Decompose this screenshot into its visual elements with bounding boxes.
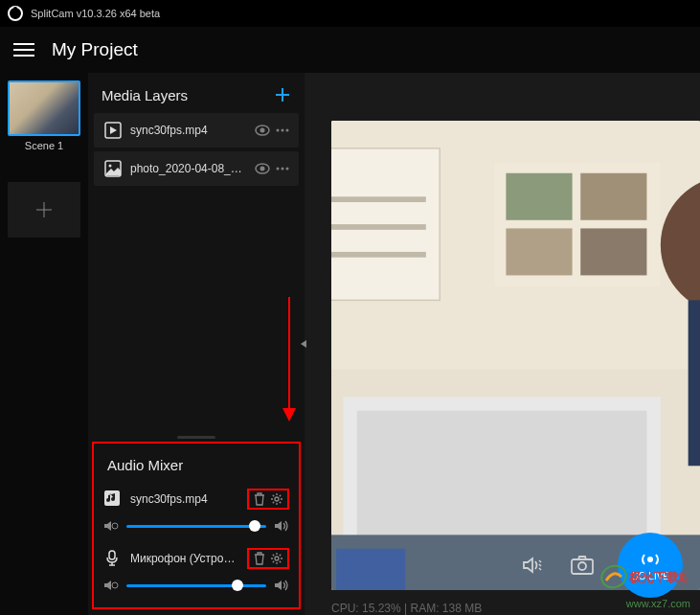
svg-rect-37: [331, 252, 426, 258]
svg-point-19: [260, 167, 265, 171]
svg-point-20: [277, 168, 280, 171]
add-scene-button[interactable]: [8, 182, 80, 238]
delete-icon[interactable]: [253, 492, 266, 506]
svg-point-30: [112, 582, 118, 588]
audio-actions: [247, 489, 289, 510]
add-layer-button[interactable]: [274, 86, 291, 103]
svg-rect-34: [331, 148, 440, 301]
svg-rect-39: [506, 173, 572, 220]
go-live-label: GO LIVE: [631, 571, 669, 581]
more-icon[interactable]: [276, 167, 289, 171]
audio-actions: [247, 548, 289, 569]
svg-rect-49: [336, 549, 405, 590]
microphone-icon: [103, 549, 123, 568]
svg-point-51: [578, 562, 586, 570]
mute-left-icon[interactable]: [103, 519, 119, 533]
svg-marker-31: [301, 340, 306, 348]
svg-marker-10: [110, 126, 117, 134]
audio-item: sync30fps.mp4: [100, 483, 293, 536]
layers-column: Media Layers sync30fps.mp4 photo_2020-04…: [88, 73, 305, 615]
visibility-icon[interactable]: [255, 125, 270, 136]
svg-rect-42: [580, 228, 646, 275]
svg-point-14: [282, 129, 284, 132]
svg-rect-28: [109, 551, 115, 559]
svg-point-27: [112, 523, 118, 529]
gear-icon[interactable]: [270, 552, 283, 565]
audio-name: sync30fps.mp4: [130, 492, 239, 506]
layer-item[interactable]: photo_2020-04-08_12...: [94, 151, 299, 186]
media-layers-header: Media Layers: [88, 73, 305, 113]
go-live-button[interactable]: GO LIVE: [618, 533, 683, 598]
speaker-icon[interactable]: [274, 579, 289, 592]
menu-icon[interactable]: [13, 42, 34, 57]
audio-mixer-title: Audio Mixer: [107, 457, 183, 473]
svg-point-29: [275, 557, 279, 560]
volume-slider[interactable]: [126, 525, 266, 528]
svg-point-52: [647, 557, 653, 562]
audio-item: Микрофон (Устройст...: [100, 542, 293, 596]
svg-point-12: [260, 128, 265, 133]
layer-actions: [255, 125, 289, 136]
svg-point-1: [13, 7, 17, 11]
svg-rect-36: [331, 224, 426, 230]
audio-name: Микрофон (Устройст...: [130, 552, 239, 565]
main-area: Scene 1 Media Layers sync30fps.mp4 photo…: [0, 73, 700, 615]
app-title: SplitCam v10.3.26 x64 beta: [31, 8, 160, 19]
layer-item[interactable]: sync30fps.mp4: [94, 113, 299, 148]
titlebar: SplitCam v10.3.26 x64 beta: [0, 0, 700, 27]
plus-icon: [34, 199, 55, 220]
layer-name: sync30fps.mp4: [130, 124, 247, 137]
preview-canvas[interactable]: [331, 121, 700, 590]
svg-rect-44: [689, 300, 700, 466]
panel-divider[interactable]: [102, 434, 291, 440]
mute-left-icon[interactable]: [103, 579, 119, 592]
svg-rect-35: [331, 196, 426, 202]
project-title: My Project: [52, 39, 138, 60]
header: My Project: [0, 27, 700, 73]
scenes-column: Scene 1: [0, 73, 88, 615]
bottom-controls: GO LIVE: [522, 533, 683, 598]
layer-name: photo_2020-04-08_12...: [130, 162, 247, 175]
volume-slider[interactable]: [126, 584, 266, 587]
image-icon: [103, 159, 123, 178]
audio-control-icon[interactable]: [522, 555, 547, 576]
collapse-handle-icon[interactable]: [299, 332, 308, 355]
gear-icon[interactable]: [270, 492, 283, 506]
broadcast-icon: [638, 550, 663, 569]
layer-actions: [255, 163, 289, 174]
audio-mixer-header: Audio Mixer: [94, 444, 299, 483]
svg-point-17: [109, 165, 112, 168]
svg-point-22: [286, 168, 289, 171]
app-logo-icon: [8, 6, 23, 21]
svg-rect-41: [506, 228, 572, 275]
audio-mixer-section: Audio Mixer sync30fps.mp4: [92, 442, 301, 609]
scene-item[interactable]: Scene 1: [8, 80, 80, 151]
more-icon[interactable]: [276, 128, 289, 132]
delete-icon[interactable]: [253, 552, 266, 565]
scene-thumbnail[interactable]: [8, 80, 80, 136]
svg-point-13: [277, 129, 280, 132]
media-layers-title: Media Layers: [102, 87, 188, 103]
svg-rect-40: [580, 173, 646, 220]
audio-file-icon: [103, 490, 123, 509]
visibility-icon[interactable]: [255, 163, 270, 174]
speaker-icon[interactable]: [274, 519, 289, 533]
svg-point-26: [275, 497, 279, 501]
preview-column: CPU: 15.23% | RAM: 138 MB GO LIVE: [305, 73, 700, 615]
scene-label: Scene 1: [8, 140, 80, 151]
snapshot-icon[interactable]: [570, 555, 595, 576]
video-icon: [103, 121, 123, 140]
svg-point-21: [282, 168, 284, 171]
svg-point-15: [286, 129, 289, 132]
